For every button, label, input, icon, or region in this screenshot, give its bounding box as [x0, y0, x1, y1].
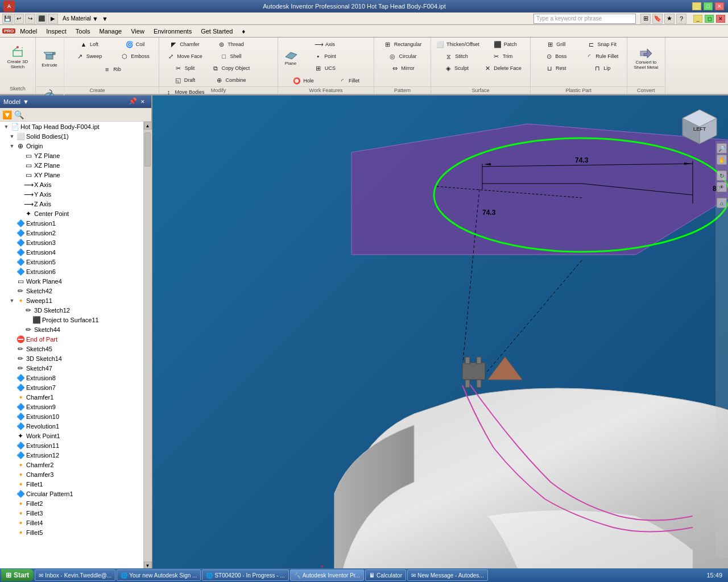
tree-item-fi5[interactable]: 🔸Fillet5 — [0, 527, 151, 537]
minimize-button[interactable]: _ — [692, 2, 701, 10]
tree-item-fi3[interactable]: 🔸Fillet3 — [0, 508, 151, 518]
tree-item-sk14[interactable]: ✏3D Sketch14 — [0, 354, 151, 363]
chamfer-button[interactable]: ◤ Chamfer — [162, 39, 207, 50]
tree-item-sk44[interactable]: ✏Sketch44 — [0, 325, 151, 334]
mirror-button[interactable]: ⇔ Mirror — [380, 63, 425, 74]
tree-item-sk12[interactable]: ✏3D Sketch12 — [0, 305, 151, 315]
tree-item-sk42[interactable]: ✏Sketch42 — [0, 286, 151, 296]
tree-item-sw11[interactable]: ▼🔸Sweep11 — [0, 296, 151, 305]
expand-origin[interactable]: ▼ — [8, 142, 16, 150]
tree-item-solid[interactable]: ▼⬜Solid Bodies(1) — [0, 131, 151, 141]
filter-icon[interactable]: 🔽 — [2, 110, 12, 119]
tree-item-ext12[interactable]: 🔷Extrusion12 — [0, 450, 151, 460]
viewport[interactable]: 74.3 80 74.3 — [152, 95, 728, 569]
move-face-button[interactable]: ⤢ Move Face — [162, 51, 207, 62]
stitch-button[interactable]: ⧖ Stitch — [433, 51, 479, 62]
undo-button[interactable]: ↩ — [14, 14, 24, 24]
tree-item-pts11[interactable]: ⬛Project to Surface11 — [0, 315, 151, 325]
bookmark-btn[interactable]: 🔖 — [652, 14, 663, 24]
tree-item-ext10[interactable]: 🔷Extrusion10 — [0, 411, 151, 421]
tree-item-xaxis[interactable]: ⟶X Axis — [0, 180, 151, 189]
menu-tools[interactable]: Tools — [71, 27, 95, 36]
ql-icon5[interactable]: ▶ — [48, 14, 58, 24]
save-button[interactable]: 💾 — [2, 14, 13, 24]
tree-item-xy[interactable]: ▭XY Plane — [0, 170, 151, 180]
appearance-dropdown-btn[interactable]: ▼ — [92, 15, 98, 22]
taskbar-calculator[interactable]: 🖩 Calculator — [365, 569, 406, 581]
thread-button[interactable]: ⊚ Thread — [208, 39, 253, 50]
plane-button[interactable]: Plane — [280, 42, 301, 70]
search-box[interactable]: Type a keyword or phrase — [533, 14, 636, 24]
tree-item-ext4[interactable]: 🔷Extrusion4 — [0, 247, 151, 257]
ucs-button[interactable]: ⊞ UCS — [302, 63, 348, 74]
tree-item-xz[interactable]: ▭XZ Plane — [0, 160, 151, 170]
tree-item-yaxis[interactable]: ⟶Y Axis — [0, 189, 151, 199]
menu-diamond[interactable]: ♦ — [237, 27, 250, 36]
tree-item-sk47[interactable]: ✏Sketch47 — [0, 363, 151, 373]
taskbar-autodesk-sign[interactable]: 🌐 Your new Autodesk Sign ... — [117, 569, 201, 581]
tree-item-eop[interactable]: ⛔End of Part — [0, 334, 151, 344]
menu-manage[interactable]: Manage — [94, 27, 126, 36]
emboss-button[interactable]: ⬡ Emboss — [112, 51, 158, 62]
tree-item-ext3[interactable]: 🔷Extrusion3 — [0, 238, 151, 247]
close-button[interactable]: ✕ — [715, 2, 724, 10]
create-3d-sketch-button[interactable]: Create 3D Sketch — [2, 39, 33, 77]
tree-item-ch3[interactable]: 🔸Chamfer3 — [0, 469, 151, 479]
pan-btn[interactable]: ✋ — [717, 155, 727, 165]
tree-item-fi2[interactable]: 🔸Fillet2 — [0, 498, 151, 508]
maximize-button[interactable]: □ — [704, 2, 713, 10]
scroll-up-btn[interactable]: ▲ — [144, 122, 152, 130]
redo-button[interactable]: ↪ — [25, 14, 35, 24]
convert-button[interactable]: Convert to Sheet Metal — [630, 39, 663, 78]
rest-button[interactable]: ⊔ Rest — [533, 63, 578, 74]
sweep-button[interactable]: ↗ Sweep — [66, 51, 111, 62]
tree-item-rev1[interactable]: 🔷Revolution1 — [0, 421, 151, 431]
menu-get-started[interactable]: Get Started — [196, 27, 237, 36]
tree-item-ext11[interactable]: 🔷Extrusion11 — [0, 440, 151, 450]
expand-solid[interactable]: ▼ — [8, 132, 16, 140]
shell-button[interactable]: □ Shell — [208, 51, 253, 62]
sculpt-button[interactable]: ◈ Sculpt — [433, 63, 479, 74]
point-button[interactable]: • Point — [302, 51, 348, 62]
combine-button[interactable]: ⊕ Combine — [208, 74, 253, 86]
menu-inspect[interactable]: Inspect — [42, 27, 71, 36]
tree-item-root[interactable]: ▼📄Hot Tap Head Body-F004.ipt — [0, 122, 151, 131]
app-minimize[interactable]: _ — [693, 15, 702, 23]
home-btn[interactable]: ⌂ — [717, 198, 727, 208]
app-close[interactable]: ✕ — [716, 15, 725, 23]
thicken-button[interactable]: ⬜ Thicken/Offset — [433, 39, 482, 50]
tree-item-ext9[interactable]: 🔷Extrusion9 — [0, 402, 151, 411]
delete-face-button[interactable]: ✕ Delete Face — [479, 63, 525, 74]
zoom-in-btn[interactable]: 🔎 — [717, 143, 727, 153]
help-icons-btn[interactable]: ⊞ — [640, 14, 651, 24]
expand-sw11[interactable]: ▼ — [8, 297, 16, 305]
tree-item-ext5[interactable]: 🔷Extrusion5 — [0, 257, 151, 267]
tree-item-cp[interactable]: ✦Center Point — [0, 209, 151, 218]
start-button[interactable]: ⊞ Start — [1, 569, 34, 581]
tree-item-cp1[interactable]: 🔷Circular Pattern1 — [0, 489, 151, 498]
tree-item-wp4[interactable]: ▭Work Plane4 — [0, 276, 151, 286]
search-model-btn[interactable]: 🔍 — [14, 110, 24, 119]
taskbar-inventor[interactable]: 🔧 Autodesk Inventor Pr... — [290, 569, 364, 581]
trim-button[interactable]: ✂ Trim — [479, 51, 525, 62]
tree-item-yz[interactable]: ▭YZ Plane — [0, 151, 151, 160]
taskbar-inbox[interactable]: ✉ Inbox - Kevin.Tweddle@... — [35, 569, 115, 581]
tree-item-origin[interactable]: ▼⊕Origin — [0, 141, 151, 151]
rib-button[interactable]: ≡ Rib — [66, 64, 158, 75]
copy-obj-button[interactable]: ⧉ Copy Object — [208, 63, 253, 74]
question-btn[interactable]: ? — [676, 14, 686, 24]
scrollbar[interactable]: ▲ ▼ — [143, 122, 151, 569]
split-button[interactable]: ✂ Split — [162, 63, 207, 74]
tree-item-sk45[interactable]: ✏Sketch45 — [0, 344, 151, 354]
taskbar-new-message[interactable]: ✉ New Message - Autodes... — [407, 569, 488, 581]
tree-item-wp1[interactable]: ✦Work Point1 — [0, 431, 151, 440]
loft-button[interactable]: ▲ Loft — [66, 39, 111, 50]
tree-item-ch2[interactable]: 🔸Chamfer2 — [0, 460, 151, 469]
draft-button[interactable]: ◱ Draft — [162, 74, 207, 86]
taskbar-st004200[interactable]: 🌐 ST004200 - In Progress - ... — [202, 569, 288, 581]
coil-button[interactable]: 🌀 Coil — [112, 39, 158, 50]
tree-item-ext2[interactable]: 🔷Extrusion2 — [0, 228, 151, 238]
panel-close-btn[interactable]: ✕ — [138, 98, 147, 106]
tree-item-ext8[interactable]: 🔷Extrusion8 — [0, 373, 151, 383]
tree-item-zaxis[interactable]: ⟶Z Axis — [0, 199, 151, 209]
